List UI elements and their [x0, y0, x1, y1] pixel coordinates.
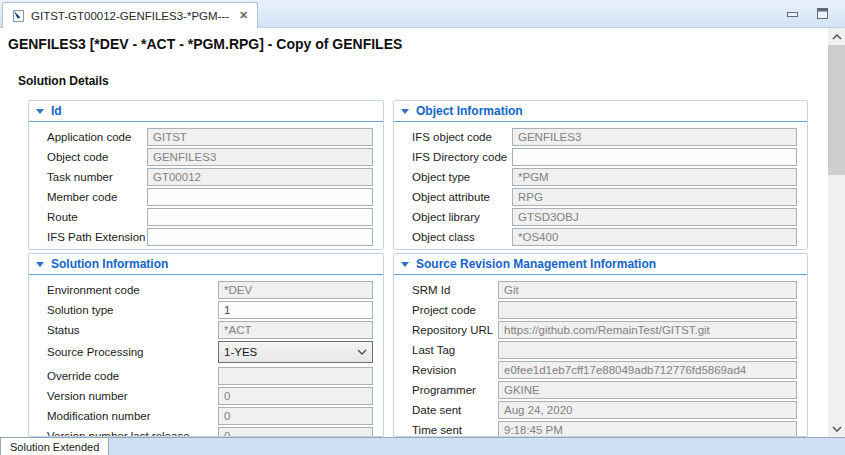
field-value: 1-YES: [224, 346, 257, 358]
field-value: Git: [504, 284, 519, 296]
project-code-label: Project code: [412, 304, 498, 316]
form-row: Environment code*DEV: [47, 281, 373, 299]
form-row: Override code: [47, 367, 373, 385]
version-number-label: Version number: [47, 390, 218, 402]
form-row: IFS Path Extension: [47, 228, 373, 246]
page-title: GENFILES3 [*DEV - *ACT - *PGM.RPG] - Cop…: [8, 36, 402, 52]
form-row: Status*ACT: [47, 321, 373, 339]
last-tag-field: [498, 341, 797, 359]
ifs-path-extension-field[interactable]: [147, 228, 373, 246]
revision-label: Revision: [412, 364, 498, 376]
form-row: Project code: [412, 301, 797, 319]
task-number-label: Task number: [47, 171, 147, 183]
member-code-field[interactable]: [147, 188, 373, 206]
maximize-icon[interactable]: [816, 7, 829, 20]
form-row: Version number last release0: [47, 427, 373, 437]
collapse-twistie-icon[interactable]: [401, 262, 409, 267]
solution-type-field[interactable]: 1: [218, 301, 373, 319]
section-id: Id Application codeGITSTObject codeGENFI…: [28, 100, 384, 250]
form-row: Solution type1: [47, 301, 373, 319]
last-tag-label: Last Tag: [412, 344, 498, 356]
member-code-label: Member code: [47, 191, 147, 203]
ifs-directory-code-field[interactable]: [512, 148, 797, 166]
form-row: Object attributeRPG: [412, 188, 797, 206]
form-row: Date sentAug 24, 2020: [412, 401, 797, 419]
scrollbar-thumb[interactable]: [828, 45, 845, 175]
field-value: GT00012: [153, 171, 201, 183]
section-id-header[interactable]: Id: [29, 101, 383, 122]
object-class-label: Object class: [412, 231, 512, 243]
collapse-twistie-icon[interactable]: [36, 109, 44, 114]
section-srm-information-header[interactable]: Source Revision Management Information: [394, 254, 807, 275]
repository-url-field: https://github.com/RemainTest/GITST.git: [498, 321, 797, 339]
environment-code-label: Environment code: [47, 284, 218, 296]
tab-solution-extended[interactable]: Solution Extended: [0, 438, 109, 455]
object-class-field: *OS400: [512, 228, 797, 246]
section-object-information: Object Information IFS object codeGENFIL…: [393, 100, 808, 250]
version-number-last-release-label: Version number last release: [47, 430, 218, 437]
close-icon[interactable]: ✕: [239, 9, 248, 22]
form-row: Member code: [47, 188, 373, 206]
object-type-label: Object type: [412, 171, 512, 183]
editor-tab-title: GITST-GT00012-GENFILES3-*PGM---: [31, 10, 229, 22]
minimize-icon[interactable]: [786, 9, 800, 19]
revision-field: e0fee1d1eb7cff17e88049adb712776fd5869ad4: [498, 361, 797, 379]
vertical-scrollbar[interactable]: [828, 28, 845, 437]
ifs-object-code-label: IFS object code: [412, 131, 512, 143]
environment-code-field: *DEV: [218, 281, 373, 299]
section-solution-information-header[interactable]: Solution Information: [29, 254, 383, 275]
object-code-field: GENFILES3: [147, 148, 373, 166]
editor-page-tabbar: Solution Extended: [0, 437, 845, 455]
collapse-twistie-icon[interactable]: [401, 109, 409, 114]
scroll-down-button[interactable]: [828, 420, 845, 437]
ifs-object-code-field: GENFILES3: [512, 128, 797, 146]
field-value: 0: [224, 430, 230, 437]
form-row: Version number0: [47, 387, 373, 405]
form-row: Time sent9:18:45 PM: [412, 421, 797, 437]
form-row: Object codeGENFILES3: [47, 148, 373, 166]
route-field[interactable]: [147, 208, 373, 226]
time-sent-field: 9:18:45 PM: [498, 421, 797, 437]
form-row: IFS object codeGENFILES3: [412, 128, 797, 146]
application-code-label: Application code: [47, 131, 147, 143]
section-title: Id: [51, 104, 62, 118]
file-icon: [12, 9, 25, 23]
form-row: Repository URLhttps://github.com/RemainT…: [412, 321, 797, 339]
object-attribute-label: Object attribute: [412, 191, 512, 203]
field-value: e0fee1d1eb7cff17e88049adb712776fd5869ad4: [504, 364, 746, 376]
task-number-field: GT00012: [147, 168, 373, 186]
status-label: Status: [47, 324, 218, 336]
srm-id-label: SRM Id: [412, 284, 498, 296]
field-value: 9:18:45 PM: [504, 424, 563, 436]
field-value: *DEV: [224, 284, 252, 296]
date-sent-field: Aug 24, 2020: [498, 401, 797, 419]
solution-type-label: Solution type: [47, 304, 218, 316]
form-row: Application codeGITST: [47, 128, 373, 146]
form-row: Object type*PGM: [412, 168, 797, 186]
programmer-label: Programmer: [412, 384, 498, 396]
source-processing-label: Source Processing: [47, 346, 218, 358]
field-value: 0: [224, 390, 230, 402]
route-label: Route: [47, 211, 147, 223]
programmer-field: GKINE: [498, 381, 797, 399]
object-library-label: Object library: [412, 211, 512, 223]
form-row: Last Tag: [412, 341, 797, 359]
project-code-field: [498, 301, 797, 319]
object-attribute-field: RPG: [512, 188, 797, 206]
scroll-up-button[interactable]: [828, 28, 845, 45]
editor-tab-active[interactable]: GITST-GT00012-GENFILES3-*PGM--- ✕: [2, 2, 258, 28]
source-processing-combobox[interactable]: 1-YES: [218, 341, 373, 363]
repository-url-label: Repository URL: [412, 324, 498, 336]
section-object-information-header[interactable]: Object Information: [394, 101, 807, 122]
form-section-heading: Solution Details: [18, 74, 109, 88]
field-value: Aug 24, 2020: [504, 404, 572, 416]
form-row: SRM IdGit: [412, 281, 797, 299]
section-srm-information: Source Revision Management Information S…: [393, 253, 808, 437]
version-number-field: 0: [218, 387, 373, 405]
form-row: IFS Directory code: [412, 148, 797, 166]
chevron-down-icon: [357, 349, 367, 355]
ifs-path-extension-label: IFS Path Extension: [47, 231, 147, 243]
section-title: Object Information: [416, 104, 523, 118]
field-value: *OS400: [518, 231, 558, 243]
collapse-twistie-icon[interactable]: [36, 262, 44, 267]
